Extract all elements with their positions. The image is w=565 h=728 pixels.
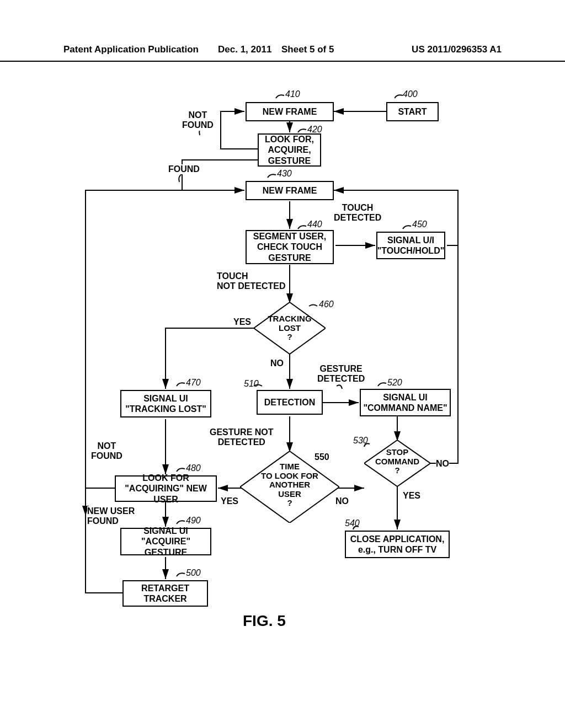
header-pubnum: US 2011/0296353 A1 bbox=[412, 44, 502, 55]
node-retarget-tracker: RETARGET TRACKER bbox=[122, 580, 208, 607]
node-new-frame-1: NEW FRAME bbox=[246, 102, 334, 121]
label-touch-detected: TOUCH DETECTED bbox=[334, 203, 381, 223]
node-start: START bbox=[386, 102, 439, 121]
ref-490: 490 bbox=[186, 516, 201, 526]
page-header: Patent Application Publication Dec. 1, 2… bbox=[0, 44, 565, 62]
label-no-460: NO bbox=[270, 358, 284, 368]
ref-460: 460 bbox=[319, 299, 334, 309]
label-found: FOUND bbox=[168, 164, 200, 174]
label-yes-530: YES bbox=[403, 491, 420, 501]
ref-530: 530 bbox=[353, 436, 368, 446]
ref-410: 410 bbox=[285, 89, 300, 99]
node-signal-acquire-gesture: SIGNAL UI "ACQUIRE" GESTURE bbox=[120, 528, 211, 555]
node-480-text: LOOK FOR "ACQUIRING" NEW USER bbox=[118, 473, 214, 505]
label-new-user-found: NEW USER FOUND bbox=[87, 506, 135, 527]
label-not-found-480: NOT FOUND bbox=[91, 441, 122, 462]
ref-480: 480 bbox=[186, 463, 201, 473]
node-signal-command-name: SIGNAL UI "COMMAND NAME" bbox=[360, 389, 451, 416]
connector-svg bbox=[0, 77, 565, 684]
label-yes-460: YES bbox=[233, 317, 251, 327]
label-no-550: NO bbox=[335, 496, 349, 506]
label-no-530: NO bbox=[436, 459, 449, 469]
ref-450: 450 bbox=[412, 220, 427, 229]
node-segment-user: SEGMENT USER, CHECK TOUCH GESTURE bbox=[246, 230, 334, 264]
node-520-text: SIGNAL UI "COMMAND NAME" bbox=[363, 392, 447, 413]
node-450-text: SIGNAL U/I "TOUCH/HOLD" bbox=[377, 235, 445, 256]
node-530-text: STOP COMMAND ? bbox=[364, 448, 430, 475]
node-420-text: LOOK FOR, ACQUIRE, GESTURE bbox=[265, 134, 314, 166]
ref-540: 540 bbox=[345, 518, 360, 528]
node-close-application: CLOSE APPLICATION, e.g., TURN OFF TV bbox=[345, 531, 450, 558]
ref-500: 500 bbox=[186, 568, 201, 578]
ref-430: 430 bbox=[277, 169, 292, 179]
label-yes-550: YES bbox=[221, 496, 238, 506]
node-490-text: SIGNAL UI "ACQUIRE" GESTURE bbox=[124, 526, 208, 558]
label-gesture-detected: GESTURE DETECTED bbox=[317, 364, 365, 384]
node-detection: DETECTION bbox=[257, 390, 323, 415]
node-510-text: DETECTION bbox=[264, 397, 315, 408]
figure-label: FIG. 5 bbox=[243, 612, 286, 630]
node-440-text: SEGMENT USER, CHECK TOUCH GESTURE bbox=[253, 231, 326, 263]
node-new-frame-2: NEW FRAME bbox=[246, 181, 334, 200]
node-550-text: TIME TO LOOK FOR ANOTHER USER ? bbox=[240, 462, 339, 508]
node-470-text: SIGNAL UI "TRACKING LOST" bbox=[125, 393, 206, 414]
label-gesture-not-detected: GESTURE NOT DETECTED bbox=[210, 427, 274, 448]
node-430-text: NEW FRAME bbox=[263, 185, 317, 196]
node-signal-tracking-lost: SIGNAL UI "TRACKING LOST" bbox=[120, 390, 211, 417]
node-signal-touch-hold: SIGNAL U/I "TOUCH/HOLD" bbox=[376, 232, 445, 259]
ref-hook-icon bbox=[395, 90, 406, 101]
header-date: Dec. 1, 2011 bbox=[218, 44, 271, 55]
node-look-for-acquire: LOOK FOR, ACQUIRE, GESTURE bbox=[258, 133, 321, 167]
node-500-text: RETARGET TRACKER bbox=[141, 583, 189, 604]
label-not-found: NOT FOUND bbox=[182, 110, 214, 131]
node-460-text: TRACKING LOST ? bbox=[254, 314, 326, 342]
ref-510: 510 bbox=[244, 379, 259, 389]
node-410-text: NEW FRAME bbox=[263, 106, 317, 117]
ref-550: 550 bbox=[315, 452, 329, 462]
label-touch-not-detected: TOUCH NOT DETECTED bbox=[217, 271, 285, 292]
header-sheet: Sheet 5 of 5 bbox=[281, 44, 334, 55]
ref-420: 420 bbox=[307, 125, 322, 135]
ref-470: 470 bbox=[186, 378, 201, 388]
node-look-for-new-user: LOOK FOR "ACQUIRING" NEW USER bbox=[115, 475, 217, 502]
header-left: Patent Application Publication bbox=[63, 44, 199, 55]
ref-520: 520 bbox=[387, 378, 402, 388]
flowchart-diagram: START 400 NEW FRAME 410 LOOK FOR, ACQUIR… bbox=[0, 77, 565, 684]
node-540-text: CLOSE APPLICATION, e.g., TURN OFF TV bbox=[350, 534, 445, 555]
node-start-text: START bbox=[398, 106, 427, 117]
ref-440: 440 bbox=[307, 220, 322, 229]
